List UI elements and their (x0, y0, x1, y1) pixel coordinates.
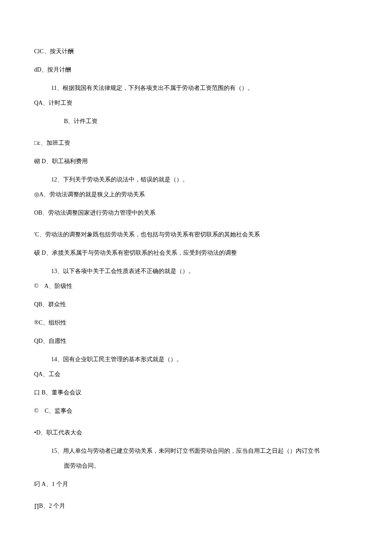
text-line: © C、监事会 (34, 406, 358, 415)
text-line: 叼 A、1 个月 (34, 480, 358, 489)
text-line: 面劳动合同。 (34, 461, 358, 470)
text-line: QB、群众性 (34, 300, 358, 309)
text-line: ∏B、2 个月 (34, 501, 358, 510)
text-line: 口 B、董事会会议 (34, 388, 358, 397)
text-line: OB、劳动法调整国家进行劳动力管理中的关系 (34, 208, 358, 217)
text-line: 硕 D、承揽关系属于与劳动关系有密切联系的社会关系，应受到劳动法的调整 (34, 248, 358, 257)
text-line: QA、计时工资 (34, 98, 358, 107)
text-line: dD、按月计酬 (34, 65, 358, 74)
text-line: □c、加班工资 (34, 138, 358, 147)
text-line: ClC、按天计酬 (34, 47, 358, 56)
text-line: ◎A、劳动法调整的就是狭义上的劳动关系 (34, 190, 358, 199)
text-line: 砌 D、职工福利费用 (34, 157, 358, 166)
text-line: •D、职工代表大会 (34, 428, 358, 437)
text-line: 14、国有企业职工民主管理的基本形式就是（）。 (34, 355, 358, 364)
document-page: ClC、按天计酬dD、按月计酬11、根据我国有关法律规定，下列各项支出不属于劳动… (0, 0, 392, 545)
text-line: 15、用人单位与劳动者已建立劳动关系，未同时订立书面劳动合同的，应当自用工之日起… (34, 446, 358, 455)
text-line: ®C、组织性 (34, 318, 358, 327)
text-line: B、计件工资 (34, 117, 358, 126)
text-line: 'C、劳动法的调整对象既包括劳动关系，也包括与劳动关系有密切联系的其她社会关系 (34, 230, 358, 239)
text-line: QD、自愿性 (34, 336, 358, 345)
text-line: QA、工会 (34, 370, 358, 379)
text-line: 11、根据我国有关法律规定，下列各项支出不属于劳动者工资范围的有（）。 (34, 83, 358, 92)
text-line: 12、下列关于劳动关系的说法中，错误的就是（）。 (34, 175, 358, 184)
text-line: 13、以下各项中关于工会性质表述不正确的就是（）。 (34, 267, 358, 276)
text-line: © A、阶级性 (34, 282, 358, 290)
